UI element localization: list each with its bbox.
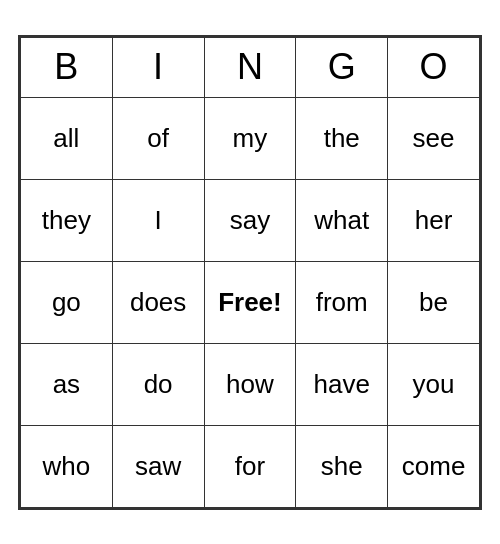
cell-r3-c3: have: [296, 343, 388, 425]
col-g: G: [296, 37, 388, 97]
cell-r0-c0: all: [21, 97, 113, 179]
bingo-body: allofmytheseetheyIsaywhathergodoesFree!f…: [21, 97, 480, 507]
cell-r3-c4: you: [388, 343, 480, 425]
cell-r3-c1: do: [112, 343, 204, 425]
cell-r1-c2: say: [204, 179, 296, 261]
cell-r1-c3: what: [296, 179, 388, 261]
cell-r4-c2: for: [204, 425, 296, 507]
cell-r2-c2: Free!: [204, 261, 296, 343]
col-b: B: [21, 37, 113, 97]
cell-r0-c3: the: [296, 97, 388, 179]
bingo-card: B I N G O allofmytheseetheyIsaywhathergo…: [18, 35, 482, 510]
cell-r1-c4: her: [388, 179, 480, 261]
table-row: whosawforshecome: [21, 425, 480, 507]
cell-r2-c0: go: [21, 261, 113, 343]
cell-r2-c4: be: [388, 261, 480, 343]
bingo-table: B I N G O allofmytheseetheyIsaywhathergo…: [20, 37, 480, 508]
table-row: allofmythesee: [21, 97, 480, 179]
cell-r4-c3: she: [296, 425, 388, 507]
cell-r2-c1: does: [112, 261, 204, 343]
cell-r0-c1: of: [112, 97, 204, 179]
cell-r4-c0: who: [21, 425, 113, 507]
col-n: N: [204, 37, 296, 97]
cell-r3-c0: as: [21, 343, 113, 425]
col-o: O: [388, 37, 480, 97]
table-row: godoesFree!frombe: [21, 261, 480, 343]
table-row: asdohowhaveyou: [21, 343, 480, 425]
header-row: B I N G O: [21, 37, 480, 97]
col-i: I: [112, 37, 204, 97]
cell-r1-c1: I: [112, 179, 204, 261]
cell-r3-c2: how: [204, 343, 296, 425]
cell-r2-c3: from: [296, 261, 388, 343]
cell-r0-c2: my: [204, 97, 296, 179]
table-row: theyIsaywhather: [21, 179, 480, 261]
cell-r4-c4: come: [388, 425, 480, 507]
cell-r1-c0: they: [21, 179, 113, 261]
cell-r4-c1: saw: [112, 425, 204, 507]
cell-r0-c4: see: [388, 97, 480, 179]
